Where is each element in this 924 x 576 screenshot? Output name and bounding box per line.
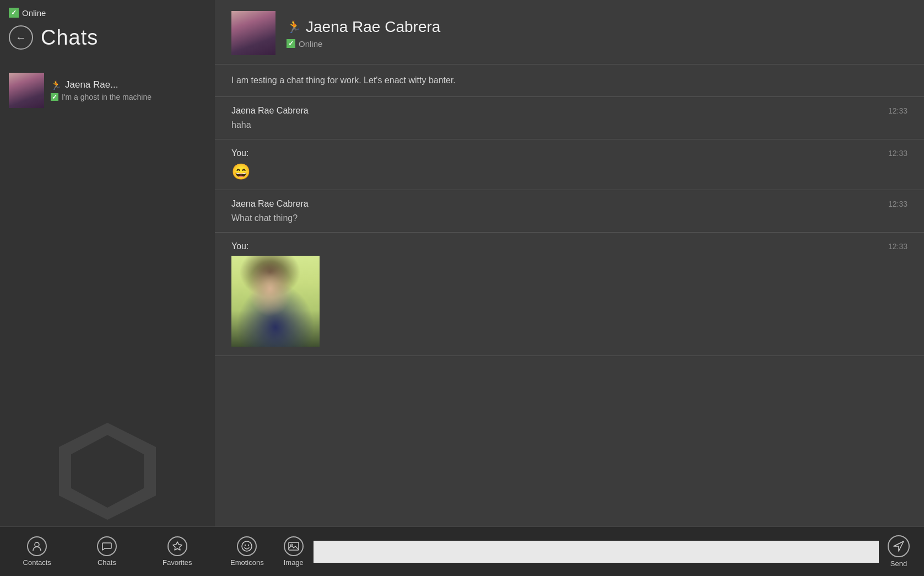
avatar-photo — [9, 73, 44, 108]
main-chat: 🏃 Jaena Rae Cabrera Online I am testing … — [215, 0, 924, 576]
chat-status-row: Online — [287, 39, 440, 49]
svg-point-3 — [248, 545, 249, 546]
send-button[interactable]: Send — [879, 531, 918, 572]
emoticons-button[interactable]: Emoticons — [220, 532, 274, 571]
svg-point-1 — [242, 541, 252, 551]
contact-item[interactable]: 🏃 Jaena Rae... I'm a ghost in the machin… — [0, 67, 215, 114]
emoticons-icon — [237, 536, 257, 556]
message-content: What chat thing? — [231, 213, 907, 223]
nav-contacts-label: Contacts — [23, 558, 51, 567]
image-label: Image — [284, 558, 304, 567]
chat-runner-icon: 🏃 — [287, 20, 301, 34]
message-time: 12:33 — [888, 242, 907, 251]
contact-info: 🏃 Jaena Rae... I'm a ghost in the machin… — [51, 79, 206, 101]
first-message-text: I am testing a chat thing for work. Let'… — [231, 76, 456, 85]
emoticons-label: Emoticons — [230, 558, 264, 567]
message-emoji-content: 😄 — [231, 163, 907, 181]
first-message: I am testing a chat thing for work. Let'… — [215, 64, 924, 97]
message-header: Jaena Rae Cabrera 12:33 — [231, 199, 907, 209]
svg-point-2 — [245, 545, 246, 546]
page-title: Chats — [41, 26, 98, 50]
contact-name: Jaena Rae... — [65, 79, 118, 90]
svg-rect-4 — [289, 542, 299, 550]
message-block: Jaena Rae Cabrera 12:33 haha — [215, 97, 924, 139]
image-button[interactable]: Image — [274, 532, 314, 571]
message-header: You: 12:33 — [231, 148, 907, 158]
chat-input-bar: Emoticons Image Send — [215, 526, 924, 576]
nav-favorites-label: Favorites — [163, 558, 192, 567]
back-button[interactable]: ← — [9, 25, 33, 50]
sidebar-header: Online ← Chats — [0, 0, 215, 63]
image-icon — [284, 536, 304, 556]
favorites-icon — [167, 536, 187, 556]
contacts-icon — [27, 536, 47, 556]
message-time: 12:33 — [888, 200, 907, 208]
photo-person — [231, 256, 320, 347]
message-input[interactable] — [314, 541, 879, 563]
message-block: You: 12:33 😄 — [215, 139, 924, 190]
chat-contact-name: Jaena Rae Cabrera — [306, 18, 440, 36]
send-label: Send — [890, 559, 907, 568]
nav-contacts[interactable]: Contacts — [14, 532, 60, 571]
chat-header-avatar — [231, 11, 275, 55]
message-image[interactable] — [231, 256, 320, 347]
svg-point-0 — [35, 542, 39, 547]
emoji-icon: 😄 — [231, 163, 251, 180]
runner-icon: 🏃 — [51, 80, 62, 90]
chat-header: 🏃 Jaena Rae Cabrera Online — [215, 0, 924, 64]
nav-chats[interactable]: Chats — [88, 532, 126, 571]
message-header: Jaena Rae Cabrera 12:33 — [231, 106, 907, 116]
chat-header-name-row: 🏃 Jaena Rae Cabrera — [287, 18, 440, 36]
online-status-text: Online — [22, 8, 46, 18]
online-checkbox-icon — [9, 8, 19, 18]
online-status-bar: Online — [9, 8, 206, 18]
message-sender: Jaena Rae Cabrera — [231, 106, 309, 116]
sidebar-nav: Contacts Chats Favorites — [0, 526, 215, 576]
chat-header-info: 🏃 Jaena Rae Cabrera Online — [287, 18, 440, 49]
message-time: 12:33 — [888, 149, 907, 158]
nav-chats-label: Chats — [98, 558, 116, 567]
chats-title-row: ← Chats — [9, 23, 206, 57]
message-block: You: 12:33 — [215, 233, 924, 356]
message-block: Jaena Rae Cabrera 12:33 What chat thing? — [215, 190, 924, 233]
contact-status-row: I'm a ghost in the machine — [51, 93, 206, 101]
message-header: You: 12:33 — [231, 241, 907, 251]
chat-status-text: Online — [299, 39, 322, 49]
contact-online-icon — [51, 93, 58, 101]
contact-avatar — [9, 73, 44, 108]
sidebar: Online ← Chats 🏃 Jaena Rae... I'm a ghos… — [0, 0, 215, 576]
messages-area: I am testing a chat thing for work. Let'… — [215, 64, 924, 526]
contact-name-row: 🏃 Jaena Rae... — [51, 79, 206, 90]
message-time: 12:33 — [888, 106, 907, 115]
message-content: haha — [231, 120, 907, 130]
send-icon — [888, 535, 910, 557]
chats-icon — [97, 536, 117, 556]
contact-status-text: I'm a ghost in the machine — [62, 93, 152, 101]
chat-online-icon — [287, 39, 295, 48]
bg-logo-icon — [47, 411, 168, 532]
message-sender: You: — [231, 241, 248, 251]
back-arrow-icon: ← — [15, 31, 26, 44]
message-sender: You: — [231, 148, 248, 158]
nav-favorites[interactable]: Favorites — [154, 532, 201, 571]
message-sender: Jaena Rae Cabrera — [231, 199, 309, 209]
